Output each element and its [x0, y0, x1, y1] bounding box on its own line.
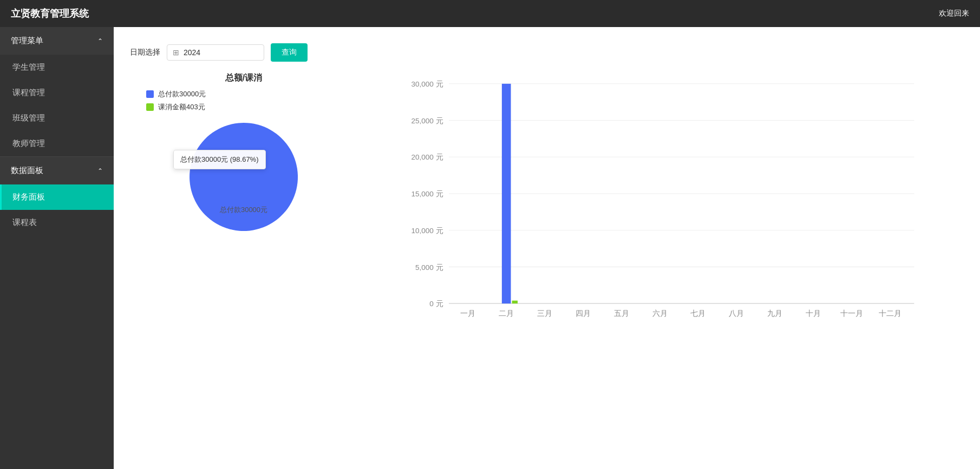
legend-label-consume: 课消金额403元 — [158, 102, 205, 112]
app-title: 立贤教育管理系统 — [11, 7, 89, 20]
svg-text:十月: 十月 — [806, 309, 821, 318]
calendar-icon: ⊞ — [173, 48, 179, 57]
date-value: 2024 — [184, 48, 200, 57]
pie-slice-total — [190, 123, 298, 231]
welcome-text: 欢迎回来 — [939, 9, 969, 18]
query-button[interactable]: 查询 — [271, 43, 308, 62]
svg-text:三月: 三月 — [537, 309, 552, 318]
sidebar-group-data[interactable]: 数据面板 ⌃ — [0, 157, 114, 184]
header: 立贤教育管理系统 欢迎回来 — [0, 0, 980, 27]
chevron-up-icon-2: ⌃ — [97, 167, 103, 175]
svg-text:5,000 元: 5,000 元 — [415, 263, 443, 272]
chevron-up-icon: ⌃ — [97, 37, 103, 45]
chart-title: 总额/课消 — [130, 72, 357, 84]
content-area: 日期选择 ⊞ 2024 查询 总额/课消 总付款30000元 课消 — [114, 27, 980, 469]
main-layout: 管理菜单 ⌃ 学生管理 课程管理 班级管理 教师管理 数据面板 ⌃ 财务面板 课… — [0, 27, 980, 469]
legend-color-consume — [146, 103, 154, 111]
svg-text:九月: 九月 — [767, 309, 782, 318]
pie-label: 总付款30000元 — [220, 205, 267, 215]
bar-area: 30,000 元 25,000 元 20,000 元 15,000 元 10,0… — [368, 72, 964, 343]
svg-text:一月: 一月 — [460, 309, 475, 318]
sidebar-item-course[interactable]: 课程管理 — [0, 80, 114, 105]
pie-container: 总付款30000元 (98.67%) 总付款30000元 — [184, 117, 303, 236]
svg-text:10,000 元: 10,000 元 — [411, 227, 443, 235]
svg-text:八月: 八月 — [729, 309, 744, 318]
date-row: 日期选择 ⊞ 2024 查询 — [130, 43, 964, 62]
svg-text:十一月: 十一月 — [840, 309, 863, 318]
sidebar-group-management[interactable]: 管理菜单 ⌃ — [0, 27, 114, 55]
svg-text:十二月: 十二月 — [879, 309, 901, 318]
bar-feb-total — [502, 84, 511, 303]
sidebar-item-class[interactable]: 班级管理 — [0, 105, 114, 131]
svg-text:六月: 六月 — [652, 309, 668, 318]
sidebar-item-finance[interactable]: 财务面板 — [0, 184, 114, 210]
legend-color-total — [146, 90, 154, 98]
svg-text:30,000 元: 30,000 元 — [411, 80, 443, 88]
bar-chart-svg: 30,000 元 25,000 元 20,000 元 15,000 元 10,0… — [368, 72, 964, 343]
svg-text:七月: 七月 — [690, 309, 705, 318]
pie-chart-svg — [184, 117, 303, 236]
charts-section: 总额/课消 总付款30000元 课消金额403元 — [130, 72, 964, 343]
svg-text:五月: 五月 — [614, 309, 629, 318]
svg-text:二月: 二月 — [499, 309, 514, 318]
svg-text:25,000 元: 25,000 元 — [411, 117, 443, 125]
date-label: 日期选择 — [130, 48, 160, 57]
legend: 总付款30000元 课消金额403元 — [130, 89, 357, 112]
pie-area: 总额/课消 总付款30000元 课消金额403元 — [130, 72, 357, 236]
data-menu-label: 数据面板 — [11, 166, 43, 176]
management-menu-label: 管理菜单 — [11, 36, 43, 46]
svg-text:0 元: 0 元 — [429, 300, 443, 308]
pie-tooltip: 总付款30000元 (98.67%) — [173, 150, 266, 169]
svg-text:四月: 四月 — [576, 309, 591, 318]
legend-item-total: 总付款30000元 — [146, 89, 357, 99]
bar-feb-consume — [512, 301, 518, 303]
legend-item-consume: 课消金额403元 — [146, 102, 357, 112]
svg-text:15,000 元: 15,000 元 — [411, 190, 443, 198]
svg-text:20,000 元: 20,000 元 — [411, 153, 443, 161]
date-input[interactable]: ⊞ 2024 — [167, 44, 264, 61]
sidebar-item-teacher[interactable]: 教师管理 — [0, 131, 114, 156]
sidebar: 管理菜单 ⌃ 学生管理 课程管理 班级管理 教师管理 数据面板 ⌃ 财务面板 课… — [0, 27, 114, 469]
sidebar-item-student[interactable]: 学生管理 — [0, 55, 114, 80]
sidebar-item-schedule[interactable]: 课程表 — [0, 210, 114, 235]
legend-label-total: 总付款30000元 — [158, 89, 206, 99]
